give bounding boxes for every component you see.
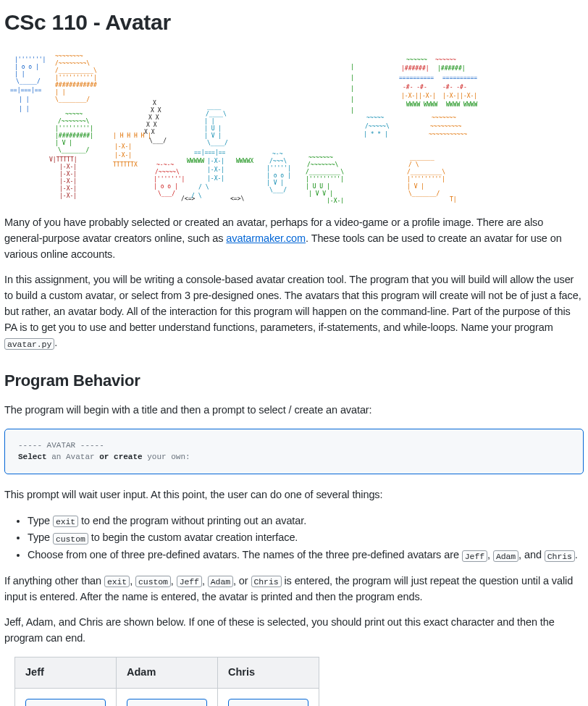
chris-avatar-art: ~-~-~ /-~-~-\ /_______\ |'''''''| | U U … (228, 699, 308, 707)
svg-text:X: X (153, 100, 156, 106)
svg-text:~~~~~~~~~: ~~~~~~~~~ (430, 123, 462, 130)
svg-text:\_______/: \_______/ (58, 147, 90, 154)
svg-text:|''''''''''|: |''''''''''| (55, 75, 97, 81)
intro-text-2a: In this assignment, you will be writing … (4, 274, 581, 332)
svg-text:\_______/: \_______/ (408, 190, 440, 197)
svg-text:<=>\: <=>\ (230, 196, 244, 202)
table-cell-jeff: ~-~-~ /-~-~-\ /_______\ |'''''''| | 0 0 … (15, 688, 117, 706)
svg-text:|'''''''''|: |'''''''''| (306, 176, 344, 182)
svg-text:WWWWX: WWWWX (236, 158, 253, 164)
code-keyword-create: create (109, 453, 142, 461)
code-keyword-or: or (99, 453, 109, 461)
code-text-an: an Avatar (47, 453, 100, 461)
behavior-intro: The program will begin with a title and … (4, 403, 584, 419)
text-span: , (202, 575, 208, 587)
svg-text:X       X: X X (144, 129, 155, 135)
chris-code-2: Chris (251, 576, 282, 587)
svg-text:~~~~~~: ~~~~~~ (435, 56, 456, 63)
shown-below-paragraph: Jeff, Adam, and Chris are shown below. I… (4, 615, 584, 647)
bullet-text: , (487, 549, 493, 560)
svg-text:/~~~~~~~\: /~~~~~~~\ (307, 161, 339, 168)
custom-code: custom (53, 533, 88, 545)
table-cell-adam: ~-~-~ /-~-~-\ /_______\ |'''''''| | * * … (117, 688, 218, 706)
svg-text:|    V    |: | V | (55, 140, 72, 146)
svg-text:~~~~~~~: ~~~~~~~ (432, 114, 456, 121)
jeff-code: Jeff (462, 550, 487, 562)
svg-text:|-X-||-X-|: |-X-||-X-| (442, 93, 477, 99)
svg-text:|'''''''''|: |'''''''''| (407, 176, 445, 182)
svg-text:|-X-|: |-X-| (59, 193, 77, 199)
svg-text:WWWWW: WWWWW (187, 158, 204, 164)
svg-text:/~~~~~~~~\: /~~~~~~~~\ (55, 60, 90, 67)
svg-text:WWWW WWWW: WWWW WWWW (406, 101, 438, 108)
hero-illustration: |'''''''| | o o | | | \_____/ ==|===|== … (4, 47, 584, 203)
svg-text:~~~~~: ~~~~~ (65, 111, 83, 117)
svg-text:|: | (350, 85, 354, 92)
svg-text:|-X-|: |-X-| (207, 167, 224, 173)
intro-paragraph-2: In this assignment, you will be writing … (4, 272, 584, 351)
text-span: If anything other than (4, 575, 104, 587)
svg-text:|: | (350, 75, 354, 81)
svg-text:WWWW WWWW: WWWW WWWW (446, 101, 478, 108)
svg-text:| *   * |: | * * | (364, 131, 388, 138)
svg-text:X     X: X X (146, 122, 157, 128)
bullet-text: to end the program without printing out … (78, 515, 306, 526)
bullet-text: , and (518, 549, 545, 560)
svg-text:|: | (350, 96, 354, 103)
custom-code-2: custom (135, 576, 171, 587)
bullet-text: Type (28, 515, 53, 526)
svg-text:/~~~\: /~~~\ (269, 158, 287, 164)
exit-code: exit (53, 516, 78, 527)
svg-text:|      |: | | (204, 118, 214, 125)
svg-text:|: | (350, 107, 354, 114)
program-filename-code: avatar.py (4, 338, 54, 350)
svg-text:|   |: | | (19, 106, 29, 112)
exit-code-2: exit (104, 576, 130, 587)
svg-text:-#-  -#-: -#- -#- (403, 84, 427, 91)
adam-code: Adam (493, 550, 518, 562)
svg-text:|-X-|: |-X-| (114, 152, 132, 159)
table-cell-chris: ~-~-~ /-~-~-\ /_______\ |'''''''| | U U … (218, 688, 319, 706)
svg-text:\________/: \________/ (55, 96, 90, 103)
jeff-avatar-art: ~-~-~ /-~-~-\ /_______\ |'''''''| | 0 0 … (25, 699, 106, 707)
invalid-input-paragraph: If anything other than exit, custom, Jef… (4, 573, 584, 605)
svg-text:|  V  |: | V | (266, 180, 284, 186)
adam-avatar-art: ~-~-~ /-~-~-\ /_______\ |'''''''| | * * … (127, 699, 207, 707)
svg-text:|######|: |######| (401, 65, 429, 72)
chris-code: Chris (545, 550, 575, 562)
text-span: , or (233, 575, 251, 587)
code-keyword-select: Select (18, 453, 47, 461)
program-behavior-heading: Program Behavior (4, 369, 584, 392)
svg-text:/           \: / \ (191, 193, 202, 199)
svg-text:V|TTTTT|: V|TTTTT| (49, 156, 77, 163)
svg-text:/~~~~~~~\: /~~~~~~~\ (58, 118, 90, 125)
svg-text:############: ############ (55, 82, 97, 88)
svg-text:|  V   |: | V | (204, 133, 222, 139)
svg-text:/_________\: /_________\ (306, 169, 344, 175)
svg-text:/~~~~~\: /~~~~~\ (365, 123, 390, 130)
svg-text:|-X-|: |-X-| (207, 158, 224, 164)
svg-text:~~~~~: ~~~~~ (366, 114, 384, 121)
svg-text:|-X-|: |-X-| (114, 143, 132, 150)
svg-text:|######|: |######| (437, 65, 466, 72)
svg-text:|'''''|: |'''''| (266, 165, 291, 172)
svg-text:/_________\: /_________\ (407, 169, 445, 175)
svg-text:-#-  -#-: -#- -#- (442, 84, 467, 91)
svg-text:/       \: / \ (198, 184, 209, 190)
svg-text:|'''''''''|: |'''''''''| (55, 125, 93, 132)
intro-paragraph-1: Many of you have probably selected or cr… (4, 215, 584, 262)
svg-text:\___/: \___/ (149, 138, 167, 144)
svg-text:~~~~~~~~: ~~~~~~~~ (55, 53, 83, 59)
svg-text:|-X-|: |-X-| (207, 175, 224, 182)
adam-code-2: Adam (208, 576, 233, 587)
svg-text:/~~~~~\: /~~~~~\ (155, 169, 180, 175)
svg-text:|  V  V  |: | V V | (308, 190, 333, 197)
svg-text:\____/: \____/ (207, 140, 228, 146)
text-span: , (171, 575, 177, 587)
svg-text:==========: ========== (399, 75, 434, 81)
svg-text:| U     U |: | U U | (306, 183, 330, 190)
svg-text:\_____/: \_____/ (16, 78, 41, 85)
avatarmaker-link[interactable]: avatarmaker.com (226, 232, 306, 244)
svg-text:X X: X X (151, 107, 161, 114)
svg-text:~~~~~~: ~~~~~~ (406, 56, 427, 63)
